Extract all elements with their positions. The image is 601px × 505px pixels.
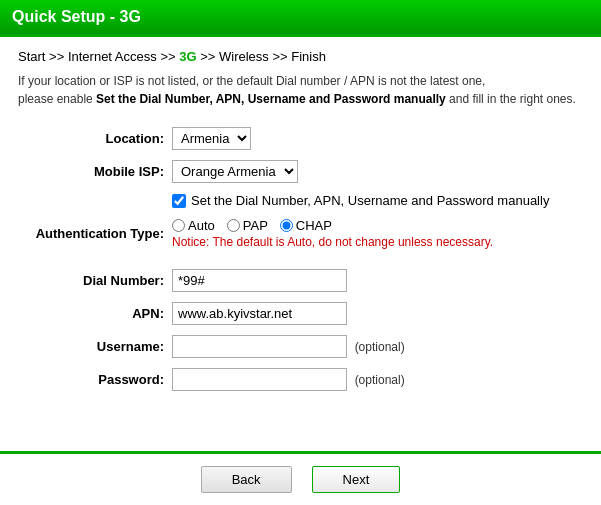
location-select[interactable]: Armenia — [172, 127, 251, 150]
notice-line2-prefix: please enable — [18, 92, 96, 106]
breadcrumb-wireless: Wireless — [219, 49, 269, 64]
auth-pap-text: PAP — [243, 218, 268, 233]
auth-row: Authentication Type: Auto PAP CHAP — [18, 213, 583, 254]
isp-cell: Orange Armenia — [168, 155, 583, 188]
breadcrumb-3g: 3G — [179, 49, 196, 64]
apn-label: APN: — [18, 297, 168, 330]
notice-line2-bold: Set the Dial Number, APN, Username and P… — [96, 92, 446, 106]
username-label: Username: — [18, 330, 168, 363]
manual-check-label: Set the Dial Number, APN, Username and P… — [191, 193, 549, 208]
notice-line1: If your location or ISP is not listed, o… — [18, 74, 485, 88]
isp-row: Mobile ISP: Orange Armenia — [18, 155, 583, 188]
isp-select[interactable]: Orange Armenia — [172, 160, 298, 183]
main-content: Start >> Internet Access >> 3G >> Wirele… — [0, 37, 601, 408]
username-input[interactable] — [172, 335, 347, 358]
username-row: Username: (optional) — [18, 330, 583, 363]
location-row: Location: Armenia — [18, 122, 583, 155]
manual-checkbox[interactable] — [172, 194, 186, 208]
auth-label: Authentication Type: — [18, 213, 168, 254]
auth-chap-radio[interactable] — [280, 219, 293, 232]
auth-auto-radio[interactable] — [172, 219, 185, 232]
notice-box: If your location or ISP is not listed, o… — [18, 72, 583, 108]
spacer-row — [18, 254, 583, 264]
form-table: Location: Armenia Mobile ISP: Orange Arm… — [18, 122, 583, 396]
auth-notice: Notice: The default is Auto, do not chan… — [172, 235, 579, 249]
isp-label: Mobile ISP: — [18, 155, 168, 188]
breadcrumb-start: Start — [18, 49, 45, 64]
apn-row: APN: — [18, 297, 583, 330]
password-input[interactable] — [172, 368, 347, 391]
apn-input[interactable] — [172, 302, 347, 325]
breadcrumb: Start >> Internet Access >> 3G >> Wirele… — [18, 49, 583, 64]
auth-chap-text: CHAP — [296, 218, 332, 233]
page-title: Quick Setup - 3G — [12, 8, 141, 25]
manual-check-container: Set the Dial Number, APN, Username and P… — [172, 193, 579, 208]
dial-row: Dial Number: — [18, 264, 583, 297]
location-cell: Armenia — [168, 122, 583, 155]
password-label: Password: — [18, 363, 168, 396]
dial-input[interactable] — [172, 269, 347, 292]
footer: Back Next — [0, 451, 601, 505]
auth-auto-text: Auto — [188, 218, 215, 233]
dial-label: Dial Number: — [18, 264, 168, 297]
auth-radio-group: Auto PAP CHAP — [172, 218, 579, 233]
breadcrumb-internet-access: Internet Access — [68, 49, 157, 64]
password-row: Password: (optional) — [18, 363, 583, 396]
password-optional: (optional) — [355, 373, 405, 387]
auth-chap-label: CHAP — [280, 218, 332, 233]
back-button[interactable]: Back — [201, 466, 292, 493]
title-bar: Quick Setup - 3G — [0, 0, 601, 34]
auth-auto-label: Auto — [172, 218, 215, 233]
auth-pap-label: PAP — [227, 218, 268, 233]
notice-line2-suffix: and fill in the right ones. — [446, 92, 576, 106]
footer-buttons: Back Next — [0, 454, 601, 505]
breadcrumb-finish: Finish — [291, 49, 326, 64]
location-label: Location: — [18, 122, 168, 155]
manual-check-row: Set the Dial Number, APN, Username and P… — [18, 188, 583, 213]
username-optional: (optional) — [355, 340, 405, 354]
auth-pap-radio[interactable] — [227, 219, 240, 232]
next-button[interactable]: Next — [312, 466, 401, 493]
